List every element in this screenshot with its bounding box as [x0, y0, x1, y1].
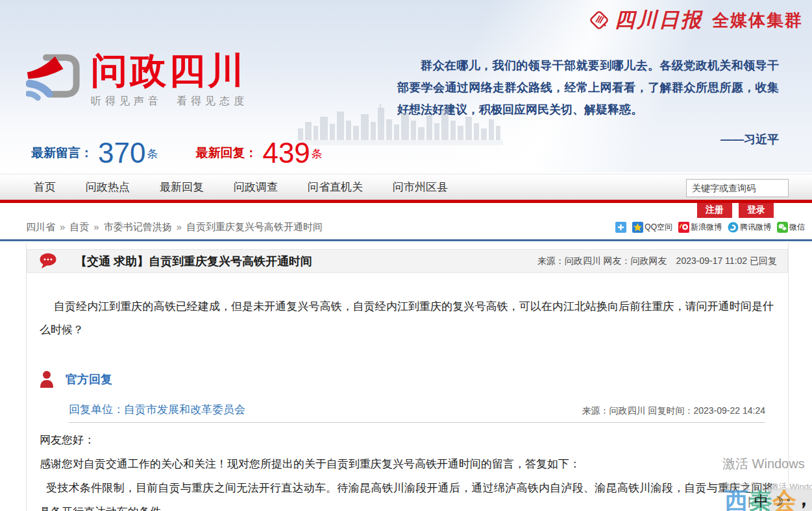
- share-bar: QQ空间 新浪微博 腾讯微博: [615, 222, 805, 233]
- official-reply-header: 官方回复: [27, 370, 788, 388]
- stat-latest-replies: 最新回复： 439 条: [195, 140, 322, 166]
- share-more-icon[interactable]: [615, 222, 626, 233]
- ime-indicator: | 中 ☽ ° ，: [748, 490, 812, 511]
- person-icon: [40, 370, 54, 388]
- search-box: [686, 179, 789, 197]
- stat-messages-label: 最新留言：: [31, 145, 93, 166]
- scdaily-suffix: 全媒体集群: [712, 9, 803, 32]
- post-title: 【交通 求助】自贡到重庆复兴号高铁开通时间: [75, 254, 312, 269]
- text-cursor: |: [748, 495, 751, 508]
- stats-row: 最新留言： 370 条 最新回复： 439 条: [31, 140, 323, 166]
- breadcrumb-separator: »: [172, 221, 186, 232]
- share-tencent-weibo[interactable]: 腾讯微博: [728, 222, 771, 233]
- nav-item-home[interactable]: 首页: [34, 180, 56, 195]
- ime-halfwidth-moon-icon[interactable]: ☽: [772, 493, 783, 509]
- tencent-weibo-icon: [728, 222, 739, 233]
- share-wechat-label: 微信: [789, 222, 805, 233]
- nav-item-latest-replies[interactable]: 最新回复: [160, 180, 204, 195]
- reply-meta: 来源：问政四川 回复时间：2023-09-22 14:24: [582, 405, 765, 417]
- page: 四川日报 全媒体集群 问政四川 听得见声音 看得见态度 群众在哪儿，我们的领导干…: [0, 0, 812, 511]
- ime-mode-chinese[interactable]: 中: [754, 492, 769, 511]
- scdaily-name: 四川日报: [615, 6, 703, 34]
- scdaily-logo[interactable]: 四川日报 全媒体集群: [587, 6, 803, 34]
- ime-degree-mark: °: [787, 496, 791, 507]
- site-title: 问政四川: [91, 52, 248, 89]
- share-qzone-label: QQ空间: [645, 222, 672, 233]
- reply-body: 网友您好： 感谢您对自贡交通工作的关心和关注！现对您所提出的关于自贡到重庆复兴号…: [27, 428, 788, 511]
- reply-paragraph-2: 受技术条件限制，目前自贡与重庆之间无法开行直达动车。待渝昆高铁川渝段开通后，通过…: [40, 476, 774, 511]
- stat-messages-count: 370: [93, 140, 147, 166]
- search-input[interactable]: [687, 183, 812, 193]
- breadcrumb-row: 四川省»自贡»市委书记曾洪扬»自贡到重庆复兴号高铁开通时间 QQ空间: [0, 215, 812, 241]
- windows-activation-line1: 激活 Windows: [722, 455, 812, 473]
- post-body: 自贡经内江到重庆的高铁已经建成，但是未开通复兴号高铁，自贡经内江到重庆的复兴号高…: [27, 273, 788, 342]
- stat-replies-count: 439: [257, 140, 311, 166]
- breadcrumb-province[interactable]: 四川省: [26, 221, 55, 232]
- official-reply-label: 官方回复: [66, 372, 112, 387]
- breadcrumb-current: 自贡到重庆复兴号高铁开通时间: [186, 221, 323, 232]
- breadcrumb-city[interactable]: 自贡: [69, 221, 89, 232]
- reply-unit-row: 回复单位：自贡市发展和改革委员会 来源：问政四川 回复时间：2023-09-22…: [69, 402, 765, 423]
- share-wechat[interactable]: 微信: [777, 222, 805, 233]
- stat-messages-unit: 条: [147, 147, 158, 166]
- site-logo[interactable]: 问政四川 听得见声音 看得见态度: [26, 52, 248, 108]
- reply-greeting: 网友您好：: [40, 428, 774, 452]
- post-meta: 来源：问政四川 网友：问政网友 2023-09-17 11:02 已回复: [537, 256, 777, 267]
- sina-weibo-icon: [678, 222, 689, 233]
- share-tencent-label: 腾讯微博: [740, 222, 771, 233]
- main-nav: 首页 问政热点 最新回复 问政调查 问省直机关 问市州区县: [0, 174, 812, 200]
- skyline-decoration: [295, 102, 503, 145]
- breadcrumb-separator: »: [89, 221, 103, 232]
- post-title-bar: 【交通 求助】自贡到重庆复兴号高铁开通时间 来源：问政四川 网友：问政网友 20…: [27, 249, 788, 273]
- share-qzone[interactable]: QQ空间: [632, 222, 672, 233]
- site-tagline: 听得见声音 看得见态度: [91, 95, 248, 108]
- post-container: 【交通 求助】自贡到重庆复兴号高铁开通时间 来源：问政四川 网友：问政网友 20…: [26, 243, 789, 511]
- breadcrumb: 四川省»自贡»市委书记曾洪扬»自贡到重庆复兴号高铁开通时间: [26, 221, 323, 233]
- speech-bubble-icon: [39, 252, 57, 270]
- header-banner: 四川日报 全媒体集群 问政四川 听得见声音 看得见态度 群众在哪儿，我们的领导干…: [0, 0, 812, 172]
- reply-unit[interactable]: 回复单位：自贡市发展和改革委员会: [69, 402, 245, 417]
- nav-item-hot[interactable]: 问政热点: [86, 180, 130, 195]
- stat-replies-label: 最新回复：: [195, 145, 257, 166]
- watermark-char: 西: [724, 488, 748, 511]
- stat-latest-messages: 最新留言： 370 条: [31, 140, 158, 166]
- nav-item-survey[interactable]: 问政调查: [234, 180, 278, 195]
- share-sina-label: 新浪微博: [691, 222, 722, 233]
- nav-item-cities-counties[interactable]: 问市州区县: [393, 180, 448, 195]
- breadcrumb-separator: »: [55, 221, 69, 232]
- reply-paragraph-1: 感谢您对自贡交通工作的关心和关注！现对您所提出的关于自贡到重庆复兴号高铁开通时间…: [40, 452, 774, 476]
- ime-punctuation[interactable]: ，: [794, 485, 812, 511]
- wechat-icon: [777, 222, 788, 233]
- scdaily-diamond-icon: [587, 8, 611, 32]
- share-sina-weibo[interactable]: 新浪微博: [678, 222, 722, 233]
- red-divider: [0, 200, 812, 203]
- stat-replies-unit: 条: [312, 147, 323, 166]
- site-logo-icon: [26, 52, 80, 101]
- breadcrumb-official[interactable]: 市委书记曾洪扬: [104, 221, 172, 232]
- qzone-icon: [632, 222, 643, 233]
- nav-item-provincial-organs[interactable]: 问省直机关: [308, 180, 363, 195]
